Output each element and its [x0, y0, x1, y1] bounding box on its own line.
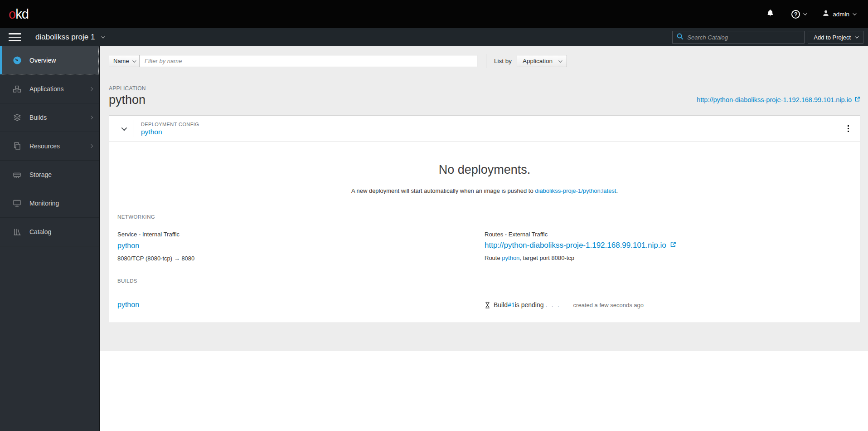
- route-detail-suffix: , target port 8080-tcp: [519, 255, 574, 261]
- okd-logo-o: o: [9, 7, 15, 21]
- application-route-link[interactable]: http://python-diabolikss-proje-1.192.168…: [697, 96, 860, 103]
- chevron-right-icon: [89, 144, 93, 148]
- sidebar-item-builds[interactable]: Builds: [0, 103, 99, 132]
- networking-heading: NETWORKING: [117, 214, 852, 223]
- service-link[interactable]: python: [117, 242, 139, 250]
- chevron-down-icon: [121, 125, 127, 131]
- builds-layers-icon: [12, 113, 22, 122]
- help-menu[interactable]: ?: [791, 10, 806, 19]
- add-to-project-button[interactable]: Add to Project: [808, 31, 863, 44]
- hourglass-pending-icon: [485, 302, 490, 309]
- masthead-actions: ? admin: [766, 9, 855, 19]
- build-status-column: Build #1 is pending . . . created a few …: [485, 295, 852, 309]
- deployment-config-kind-label: DEPLOYMENT CONFIG: [141, 122, 199, 127]
- chevron-down-icon: [855, 34, 858, 38]
- sidebar-item-label: Catalog: [29, 228, 51, 235]
- collapse-toggle-button[interactable]: [116, 127, 130, 131]
- monitoring-desktop-icon: [12, 199, 22, 208]
- no-deployments-message: A new deployment will start automaticall…: [109, 187, 860, 194]
- build-status-suffix: is pending: [515, 301, 544, 309]
- search-icon: [677, 33, 684, 42]
- list-by-label: List by: [494, 58, 512, 64]
- project-navbar: diabolikss proje 1 Add to Project: [0, 28, 868, 46]
- okd-logo-kd: kd: [15, 7, 29, 21]
- build-config-link[interactable]: python: [117, 301, 139, 309]
- filter-by-name-input[interactable]: [140, 55, 477, 67]
- pending-dots: . . .: [546, 302, 561, 309]
- bell-icon: [766, 9, 774, 19]
- menu-toggle-button[interactable]: [0, 33, 29, 41]
- storage-drive-icon: [12, 170, 22, 179]
- okd-logo[interactable]: okd: [9, 7, 29, 22]
- overview-gauge-icon: [12, 56, 22, 65]
- chevron-right-icon: [89, 116, 93, 119]
- sidebar-item-storage[interactable]: Storage: [0, 161, 99, 189]
- build-status-prefix: Build: [494, 301, 508, 309]
- sidebar-item-resources[interactable]: Resources: [0, 132, 99, 161]
- kebab-menu-icon[interactable]: [844, 122, 853, 135]
- routes-column: Routes - External Traffic http://python-…: [485, 231, 852, 262]
- sidebar-item-label: Storage: [29, 171, 52, 178]
- networking-section: NETWORKING Service - Internal Traffic py…: [117, 214, 852, 262]
- deployment-config-title-block: DEPLOYMENT CONFIG python: [141, 122, 199, 136]
- sidebar-item-label: Monitoring: [29, 200, 59, 207]
- main-area: Name List by Application APPLICATION pyt…: [100, 46, 868, 431]
- deployment-config-card: DEPLOYMENT CONFIG python No deployments.…: [109, 115, 860, 323]
- deployment-config-link[interactable]: python: [141, 128, 162, 136]
- list-by-dropdown[interactable]: Application: [517, 55, 567, 67]
- route-detail: Route python, target port 8080-tcp: [485, 255, 852, 261]
- username-label: admin: [833, 11, 849, 18]
- application-route-url: http://python-diabolikss-proje-1.192.168…: [697, 96, 852, 103]
- routes-label: Routes - External Traffic: [485, 231, 852, 238]
- builds-section: BUILDS python Build #1 is pending .: [117, 278, 852, 309]
- application-title-block: APPLICATION python: [109, 85, 146, 107]
- application-name: python: [109, 93, 146, 107]
- add-to-project-label: Add to Project: [814, 34, 851, 41]
- build-status-row: Build #1 is pending . . . created a few …: [485, 301, 852, 309]
- header-divider: [134, 120, 134, 137]
- search-catalog-input[interactable]: [687, 34, 800, 41]
- vertical-nav: Overview Applications Builds Resources S…: [0, 46, 100, 431]
- application-kind-label: APPLICATION: [109, 85, 146, 92]
- resources-copy-icon: [12, 142, 22, 151]
- build-number-link[interactable]: #1: [508, 301, 515, 309]
- builds-heading: BUILDS: [117, 278, 852, 287]
- sidebar-item-label: Overview: [29, 57, 56, 64]
- no-deployments-message-prefix: A new deployment will start automaticall…: [351, 187, 535, 194]
- notifications-button[interactable]: [766, 9, 774, 19]
- build-created-timestamp: created a few seconds ago: [573, 302, 644, 309]
- filter-type-value: Name: [113, 58, 129, 64]
- chevron-right-icon: [89, 87, 93, 91]
- project-name: diabolikss proje 1: [35, 33, 95, 42]
- route-detail-prefix: Route: [485, 255, 502, 261]
- navbar-right: Add to Project: [672, 31, 863, 44]
- user-icon: [822, 10, 829, 19]
- sidebar-item-applications[interactable]: Applications: [0, 75, 99, 103]
- chevron-down-icon: [132, 59, 136, 62]
- project-selector[interactable]: diabolikss proje 1: [35, 33, 104, 42]
- chevron-down-icon: [558, 59, 562, 62]
- no-deployments-message-suffix: .: [616, 187, 618, 194]
- filter-type-select[interactable]: Name: [109, 55, 140, 67]
- filter-toolbar: Name List by Application: [109, 54, 860, 68]
- sidebar-item-monitoring[interactable]: Monitoring: [0, 189, 99, 218]
- build-config-column: python: [117, 295, 485, 309]
- image-stream-link[interactable]: diabolikss-proje-1/python:latest: [535, 187, 616, 194]
- sidebar-item-catalog[interactable]: Catalog: [0, 218, 99, 246]
- catalog-books-icon: [12, 227, 22, 236]
- application-header: APPLICATION python http://python-diaboli…: [109, 85, 860, 107]
- route-name-link[interactable]: python: [502, 255, 519, 261]
- deployment-config-card-header: DEPLOYMENT CONFIG python: [109, 116, 860, 142]
- no-deployments-title: No deployments.: [109, 163, 860, 177]
- deployment-config-card-body: No deployments. A new deployment will st…: [109, 142, 860, 323]
- sidebar-item-overview[interactable]: Overview: [0, 46, 99, 75]
- service-label: Service - Internal Traffic: [117, 231, 485, 238]
- sidebar-item-label: Applications: [29, 85, 64, 93]
- user-menu[interactable]: admin: [822, 10, 855, 19]
- sidebar-item-label: Builds: [29, 114, 47, 121]
- chevron-down-icon: [853, 11, 856, 15]
- applications-cubes-icon: [12, 84, 22, 93]
- route-url-link[interactable]: http://python-diabolikss-proje-1.192.168…: [485, 241, 852, 250]
- networking-columns: Service - Internal Traffic python 8080/T…: [117, 231, 852, 262]
- masthead: okd ? admin: [0, 0, 868, 28]
